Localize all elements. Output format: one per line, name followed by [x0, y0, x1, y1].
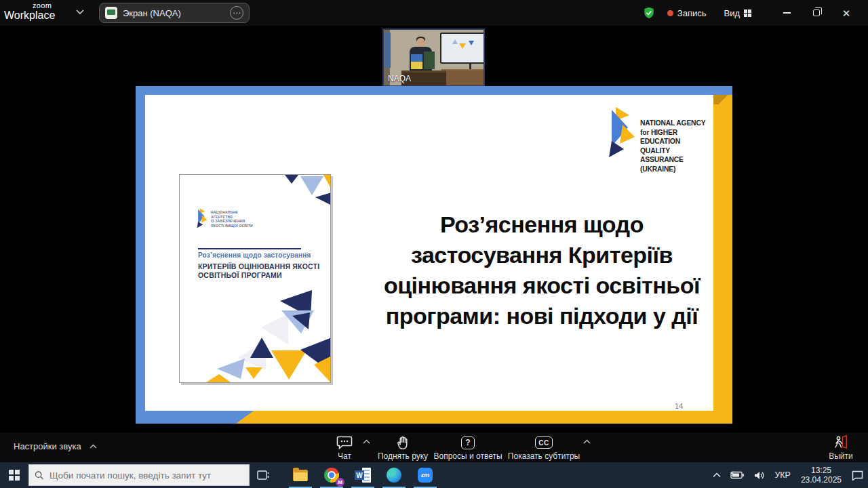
- captions-button[interactable]: CC Показать субтитры: [509, 432, 579, 462]
- cover-subtitle: Роз’яснення щодо застосування: [198, 251, 311, 259]
- tray-time: 13:25: [801, 466, 842, 475]
- zoom-app-icon: zm: [418, 468, 433, 483]
- tray-clock[interactable]: 13:25 23.04.2025: [795, 466, 847, 485]
- recording-indicator[interactable]: Запись: [667, 8, 707, 18]
- title-bar-right: Запись Вид ✕: [643, 0, 868, 26]
- naqa-logo-mark-icon: [606, 107, 637, 161]
- chevron-up-icon: [713, 472, 721, 478]
- windows-taskbar: M W zm: [0, 462, 868, 488]
- zoom-toolbar: Настройки звука Чат Поднять руку: [0, 432, 868, 462]
- battery-icon: [730, 471, 745, 479]
- slide-border-bottom-yellow: [236, 411, 732, 424]
- leave-button[interactable]: Выйти: [822, 432, 860, 462]
- cover-top-triangles: [281, 175, 331, 206]
- slide-page-number: 14: [675, 402, 683, 410]
- slide-border-left: [136, 86, 145, 411]
- qa-label: Вопросы и ответы: [433, 451, 502, 461]
- tray-date: 23.04.2025: [801, 475, 842, 485]
- leave-label: Выйти: [829, 451, 853, 461]
- zoom-app-button[interactable]: zm: [410, 462, 441, 488]
- cover-logo-text: НАЦІОНАЛЬНЕ АГЕНТСТВО ІЗ ЗАБЕЗПЕЧЕННЯ ЯК…: [211, 210, 253, 228]
- slide-title-line: оцінювання якості освітньої: [374, 270, 709, 301]
- qa-button[interactable]: ? Вопросы и ответы: [434, 432, 502, 462]
- cabinet-in-video: [441, 69, 485, 87]
- ukraine-flag-icon: [411, 54, 422, 69]
- window-controls: ✕: [772, 0, 861, 26]
- action-center-button[interactable]: [847, 462, 868, 488]
- shared-screen-tab-label: Экран (NAQA): [123, 8, 230, 18]
- cover-title: КРИТЕРІЇВ ОЦІНЮВАННЯ ЯКОСТІ ОСВІТНЬОЇ ПР…: [198, 262, 319, 280]
- action-center-icon: [852, 470, 863, 481]
- slide-title: Роз’яснення щодо застосування Критеріїв …: [374, 209, 709, 331]
- word-app-button[interactable]: W: [347, 462, 378, 488]
- naqa-logo-text: NATIONAL AGENCY for HIGHER EDUCATION QUA…: [640, 119, 709, 174]
- captions-cc-icon: CC: [535, 434, 553, 451]
- zoom-title-bar: zoom Workplace Экран (NAQA) ⋯ Запись Вид: [0, 0, 868, 26]
- recording-label: Запись: [677, 8, 707, 18]
- slide-border-top: [136, 86, 732, 95]
- chat-button[interactable]: Чат: [328, 432, 361, 462]
- speaker-icon: [754, 471, 765, 480]
- language-indicator[interactable]: УКР: [770, 462, 795, 488]
- chrome-notification-badge: M: [336, 478, 344, 487]
- flag-in-video: [385, 33, 391, 68]
- shared-screen-tab[interactable]: Экран (NAQA) ⋯: [99, 3, 250, 23]
- captions-label: Показать субтитры: [508, 451, 580, 461]
- audio-settings-chevron-up-icon: [90, 444, 97, 449]
- edge-icon: [387, 468, 401, 483]
- word-icon: W: [355, 468, 371, 483]
- security-shield-icon[interactable]: [643, 7, 655, 19]
- task-view-button[interactable]: [250, 462, 277, 488]
- cover-divider-line: [198, 248, 301, 249]
- leave-icon: [833, 434, 849, 451]
- chrome-app-button[interactable]: M: [316, 462, 347, 488]
- presentation-screen-in-video: [440, 33, 485, 64]
- close-button[interactable]: ✕: [831, 0, 861, 26]
- chat-label: Чат: [338, 451, 351, 461]
- start-button[interactable]: [0, 462, 28, 488]
- workplace-chevron-down-icon[interactable]: [76, 9, 84, 15]
- windows-logo-icon: [9, 470, 20, 481]
- file-explorer-app-button[interactable]: [285, 462, 316, 488]
- shared-app-icon: [105, 7, 117, 19]
- zoom-workplace-logo: zoom Workplace: [4, 1, 55, 21]
- slide-border-right: [713, 95, 732, 424]
- speaker-video-thumbnail[interactable]: NAQA: [382, 28, 485, 87]
- qa-icon: ?: [461, 434, 475, 451]
- task-view-icon: [257, 470, 269, 481]
- minimize-button[interactable]: [772, 0, 802, 26]
- restore-button[interactable]: [802, 0, 831, 26]
- system-tray: УКР 13:25 23.04.2025: [708, 462, 868, 488]
- raise-hand-icon: [395, 434, 410, 451]
- cover-logo-mark-icon: [196, 207, 208, 230]
- raise-hand-label: Поднять руку: [378, 451, 428, 461]
- book-cover-image: НАЦІОНАЛЬНЕ АГЕНТСТВО ІЗ ЗАБЕЗПЕЧЕННЯ ЯК…: [179, 174, 331, 383]
- taskbar-search[interactable]: [28, 464, 250, 486]
- tab-more-options-button[interactable]: ⋯: [230, 6, 243, 20]
- cover-bottom-triangles: [200, 290, 331, 383]
- edge-app-button[interactable]: [378, 462, 410, 488]
- brand-workplace: Workplace: [4, 9, 55, 21]
- battery-indicator[interactable]: [726, 462, 749, 488]
- participant-name-label: NAQA: [388, 74, 411, 83]
- taskbar-apps: M W zm: [285, 462, 441, 488]
- view-grid-icon: [744, 9, 751, 17]
- slide-title-line: Роз’яснення щодо: [374, 209, 709, 240]
- slide-title-line: програми: нові підходи у дії: [374, 301, 709, 331]
- recording-dot-icon: [667, 10, 673, 16]
- raise-hand-button[interactable]: Поднять руку: [377, 432, 429, 462]
- slide-title-line: застосування Критеріїв: [374, 240, 709, 270]
- volume-indicator[interactable]: [749, 462, 770, 488]
- file-explorer-icon: [293, 470, 308, 481]
- captions-chevron-up-icon[interactable]: [583, 439, 591, 444]
- shared-slide: NATIONAL AGENCY for HIGHER EDUCATION QUA…: [136, 86, 732, 424]
- search-input[interactable]: [50, 470, 243, 481]
- chat-icon: [336, 434, 353, 451]
- audio-settings-button[interactable]: Настройки звука: [14, 441, 97, 451]
- view-label: Вид: [724, 8, 740, 18]
- view-button[interactable]: Вид: [724, 8, 751, 18]
- hidden-icons-chevron[interactable]: [708, 462, 726, 488]
- brand-zoom: zoom: [4, 1, 55, 9]
- chat-chevron-up-icon[interactable]: [363, 439, 370, 444]
- audio-settings-label: Настройки звука: [14, 441, 81, 451]
